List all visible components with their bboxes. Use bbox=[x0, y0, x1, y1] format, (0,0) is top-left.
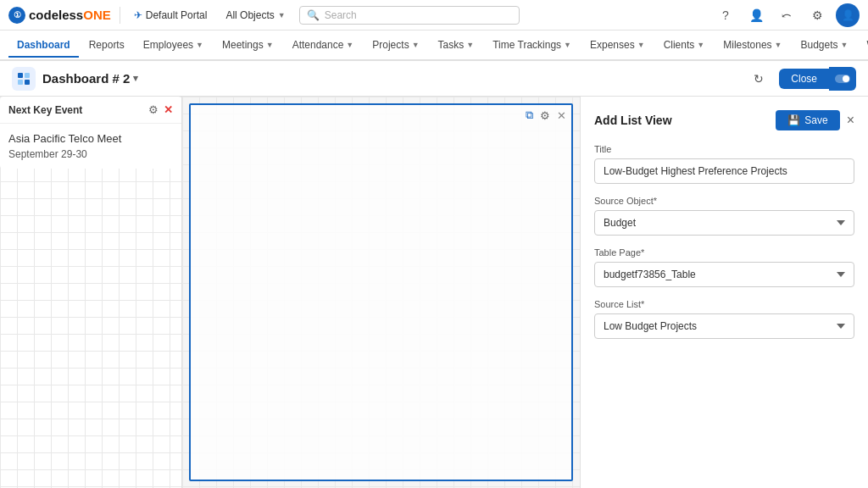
source-list-select[interactable]: Low Budget Projects High Budget Projects bbox=[594, 313, 854, 339]
dashboard-icon bbox=[12, 67, 36, 91]
add-list-view-panel: Add List View 💾 Save × Title Source Obje… bbox=[580, 97, 868, 488]
avatar-btn[interactable]: 👤 bbox=[836, 3, 860, 27]
history-icon-btn[interactable]: ⤺ bbox=[775, 3, 798, 27]
nav-meetings[interactable]: Meetings ▼ bbox=[214, 34, 282, 58]
source-list-label: Source List* bbox=[594, 299, 854, 309]
save-label: Save bbox=[804, 114, 827, 126]
nav-time-trackings-label: Time Trackings bbox=[492, 39, 561, 51]
settings-icon-btn[interactable]: ⚙ bbox=[805, 3, 829, 27]
refresh-button[interactable]: ↻ bbox=[747, 67, 771, 91]
topbar-divider bbox=[120, 7, 120, 24]
nav-clients-label: Clients bbox=[664, 39, 695, 51]
nav-tasks-arrow: ▼ bbox=[466, 41, 474, 49]
nav-w[interactable]: W bbox=[858, 34, 868, 58]
panel-save-button[interactable]: 💾 Save bbox=[776, 110, 839, 130]
nav-attendance-label: Attendance bbox=[292, 39, 344, 51]
source-object-select[interactable]: Budget Project Employee bbox=[594, 210, 854, 236]
nav-expenses-arrow: ▼ bbox=[637, 41, 645, 49]
dashboard-header-right: ↻ Close bbox=[747, 67, 856, 91]
center-panel: ⧉ ⚙ ✕ bbox=[182, 97, 580, 488]
topbar-right: ? 👤 ⤺ ⚙ 👤 bbox=[714, 3, 860, 27]
panel-close-button[interactable]: × bbox=[847, 114, 854, 127]
left-panel: Next Key Event ⚙ ✕ Asia Pacific Telco Me… bbox=[0, 97, 182, 488]
nav-budgets-label: Budgets bbox=[801, 39, 838, 51]
users-icon-btn[interactable]: 👤 bbox=[744, 3, 768, 27]
nav-employees[interactable]: Employees ▼ bbox=[135, 34, 212, 58]
widget-close-icon[interactable]: ✕ bbox=[164, 103, 173, 116]
nav-attendance-arrow: ▼ bbox=[346, 41, 353, 49]
event-name: Asia Pacific Telco Meet bbox=[8, 132, 173, 145]
table-page-select[interactable]: budgetf73856_Table Other Table bbox=[594, 262, 854, 287]
nav-tasks[interactable]: Tasks ▼ bbox=[430, 34, 483, 58]
center-widget-gear-icon[interactable]: ⚙ bbox=[540, 109, 550, 122]
widget-gear-icon[interactable]: ⚙ bbox=[148, 103, 159, 116]
nav-dashboard-label: Dashboard bbox=[17, 39, 70, 51]
dashboard-title[interactable]: Dashboard # 2 ▾ bbox=[42, 71, 138, 86]
nav-dashboard[interactable]: Dashboard bbox=[8, 34, 79, 58]
widget-title: Next Key Event bbox=[8, 104, 148, 116]
center-widget-header: ⧉ ⚙ ✕ bbox=[526, 108, 566, 122]
nav-clients[interactable]: Clients ▼ bbox=[655, 34, 714, 58]
close-button[interactable]: Close bbox=[779, 69, 829, 89]
dashboard-title-text: Dashboard # 2 bbox=[42, 71, 130, 86]
nav-attendance[interactable]: Attendance ▼ bbox=[284, 34, 363, 58]
center-widget: ⧉ ⚙ ✕ bbox=[189, 103, 573, 481]
widget-actions: ⚙ ✕ bbox=[148, 103, 173, 116]
svg-rect-0 bbox=[18, 73, 23, 78]
top-bar: ① codelessONE ✈ Default Portal All Objec… bbox=[0, 0, 868, 30]
table-page-group: Table Page* budgetf73856_Table Other Tab… bbox=[594, 247, 854, 287]
all-objects-arrow: ▼ bbox=[278, 11, 286, 19]
next-key-event-widget: Next Key Event ⚙ ✕ Asia Pacific Telco Me… bbox=[0, 97, 181, 169]
logo-text: codelessONE bbox=[29, 8, 111, 22]
main-content: Next Key Event ⚙ ✕ Asia Pacific Telco Me… bbox=[0, 97, 868, 488]
panel-title: Add List View bbox=[594, 114, 776, 127]
title-input[interactable] bbox=[594, 158, 854, 184]
event-date: September 29-30 bbox=[8, 148, 173, 160]
search-icon: 🔍 bbox=[307, 9, 320, 21]
svg-rect-2 bbox=[18, 80, 23, 85]
close-toggle: Close bbox=[779, 67, 856, 91]
widget-header: Next Key Event ⚙ ✕ bbox=[0, 97, 181, 124]
nav-milestones-label: Milestones bbox=[723, 39, 771, 51]
nav-projects-arrow: ▼ bbox=[412, 41, 420, 49]
svg-rect-3 bbox=[25, 80, 30, 85]
nav-expenses[interactable]: Expenses ▼ bbox=[581, 34, 654, 58]
save-disk-icon: 💾 bbox=[787, 114, 800, 126]
nav-employees-label: Employees bbox=[143, 39, 193, 51]
logo: ① codelessONE bbox=[8, 7, 111, 24]
panel-header: Add List View 💾 Save × bbox=[594, 110, 854, 130]
source-list-group: Source List* Low Budget Projects High Bu… bbox=[594, 299, 854, 339]
center-widget-close-icon[interactable]: ✕ bbox=[557, 109, 566, 122]
portal-button[interactable]: ✈ Default Portal bbox=[129, 7, 213, 24]
navbar: Dashboard Reports Employees ▼ Meetings ▼… bbox=[0, 30, 868, 61]
logo-one: ONE bbox=[83, 8, 111, 22]
nav-budgets-arrow: ▼ bbox=[841, 41, 849, 49]
nav-time-trackings[interactable]: Time Trackings ▼ bbox=[484, 34, 580, 58]
nav-tasks-label: Tasks bbox=[438, 39, 465, 51]
svg-rect-1 bbox=[25, 73, 30, 78]
widget-content: Asia Pacific Telco Meet September 29-30 bbox=[0, 124, 181, 169]
nav-milestones[interactable]: Milestones ▼ bbox=[715, 34, 790, 58]
source-object-group: Source Object* Budget Project Employee bbox=[594, 196, 854, 236]
search-placeholder: Search bbox=[325, 9, 357, 21]
nav-projects[interactable]: Projects ▼ bbox=[364, 34, 427, 58]
search-bar[interactable]: 🔍 Search bbox=[299, 6, 520, 25]
nav-clients-arrow: ▼ bbox=[697, 41, 704, 49]
nav-employees-arrow: ▼ bbox=[196, 41, 203, 49]
table-page-label: Table Page* bbox=[594, 247, 854, 258]
title-label: Title bbox=[594, 144, 854, 154]
toggle-ball bbox=[835, 75, 850, 83]
nav-reports-label: Reports bbox=[89, 39, 125, 51]
logo-icon: ① bbox=[8, 7, 25, 24]
center-widget-expand-icon[interactable]: ⧉ bbox=[526, 108, 533, 122]
portal-icon: ✈ bbox=[134, 9, 142, 21]
help-icon-btn[interactable]: ? bbox=[714, 3, 737, 27]
dashboard-header: Dashboard # 2 ▾ ↻ Close bbox=[0, 61, 868, 97]
toggle-switch[interactable] bbox=[829, 67, 856, 91]
title-group: Title bbox=[594, 144, 854, 184]
nav-reports[interactable]: Reports bbox=[81, 34, 133, 58]
logo-codeless: codeless bbox=[29, 8, 83, 22]
nav-budgets[interactable]: Budgets ▼ bbox=[793, 34, 857, 58]
all-objects-button[interactable]: All Objects ▼ bbox=[220, 7, 290, 24]
nav-meetings-arrow: ▼ bbox=[266, 41, 274, 49]
